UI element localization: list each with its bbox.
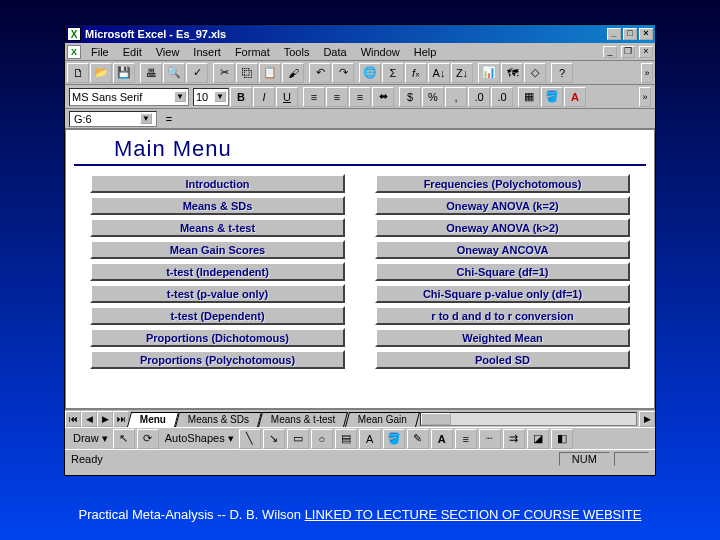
arrow-style-icon[interactable]: ⇉ <box>503 429 525 449</box>
new-icon[interactable]: 🗋 <box>67 63 89 83</box>
fill-color-icon[interactable]: 🪣 <box>541 87 563 107</box>
scroll-right-icon[interactable]: ▶ <box>639 411 655 427</box>
toolbar-more[interactable]: » <box>639 87 651 107</box>
toolbar-more[interactable]: » <box>641 63 653 83</box>
btn-introduction[interactable]: Introduction <box>90 174 345 193</box>
btn-prop-poly[interactable]: Proportions (Polychotomous) <box>90 350 345 369</box>
menu-tools[interactable]: Tools <box>278 45 316 59</box>
map-icon[interactable]: 🗺 <box>501 63 523 83</box>
chevron-down-icon[interactable]: ▼ <box>174 91 186 102</box>
merge-center-icon[interactable]: ⬌ <box>372 87 394 107</box>
horizontal-scrollbar[interactable] <box>420 412 637 426</box>
cut-icon[interactable]: ✂ <box>213 63 235 83</box>
tab-means-sds[interactable]: Means & SDs <box>175 412 262 427</box>
menu-window[interactable]: Window <box>355 45 406 59</box>
sort-asc-icon[interactable]: A↓ <box>428 63 450 83</box>
draw-menu[interactable]: Draw ▾ <box>69 432 112 445</box>
btn-chisq[interactable]: Chi-Square (df=1) <box>375 262 630 281</box>
font-color-icon[interactable]: A <box>564 87 586 107</box>
autosum-icon[interactable]: Σ <box>382 63 404 83</box>
italic-button[interactable]: I <box>253 87 275 107</box>
bold-button[interactable]: B <box>230 87 252 107</box>
line-style-icon[interactable]: ≡ <box>455 429 477 449</box>
drawing-icon[interactable]: ◇ <box>524 63 546 83</box>
menu-file[interactable]: File <box>85 45 115 59</box>
tab-next-icon[interactable]: ▶ <box>97 411 113 427</box>
help-icon[interactable]: ? <box>551 63 573 83</box>
wordart-icon[interactable]: A <box>359 429 381 449</box>
btn-ttest-dep[interactable]: t-test (Dependent) <box>90 306 345 325</box>
chevron-down-icon[interactable]: ▼ <box>214 91 226 102</box>
menu-view[interactable]: View <box>150 45 186 59</box>
chevron-down-icon[interactable]: ▼ <box>140 113 152 124</box>
tab-first-icon[interactable]: ⏮ <box>65 411 81 427</box>
btn-frequencies[interactable]: Frequencies (Polychotomous) <box>375 174 630 193</box>
shadow-icon[interactable]: ◪ <box>527 429 549 449</box>
btn-rtod[interactable]: r to d and d to r conversion <box>375 306 630 325</box>
preview-icon[interactable]: 🔍 <box>163 63 185 83</box>
btn-ttest-p[interactable]: t-test (p-value only) <box>90 284 345 303</box>
maximize-button[interactable]: □ <box>623 28 637 40</box>
hyperlink-icon[interactable]: 🌐 <box>359 63 381 83</box>
btn-pooledsd[interactable]: Pooled SD <box>375 350 630 369</box>
mdi-minimize[interactable]: _ <box>603 46 617 58</box>
font-color2-icon[interactable]: A <box>431 429 453 449</box>
inc-decimal-icon[interactable]: .0 <box>468 87 490 107</box>
sort-desc-icon[interactable]: Z↓ <box>451 63 473 83</box>
function-icon[interactable]: fₓ <box>405 63 427 83</box>
oval-icon[interactable]: ○ <box>311 429 333 449</box>
menu-insert[interactable]: Insert <box>187 45 227 59</box>
btn-anova-k2[interactable]: Oneway ANOVA (k=2) <box>375 196 630 215</box>
save-icon[interactable]: 💾 <box>113 63 135 83</box>
close-button[interactable]: × <box>639 28 653 40</box>
textbox-icon[interactable]: ▤ <box>335 429 357 449</box>
btn-ancova[interactable]: Oneway ANCOVA <box>375 240 630 259</box>
mdi-restore[interactable]: ❐ <box>621 46 635 58</box>
scroll-thumb[interactable] <box>421 413 451 425</box>
btn-wmean[interactable]: Weighted Mean <box>375 328 630 347</box>
tab-prev-icon[interactable]: ◀ <box>81 411 97 427</box>
align-center-icon[interactable]: ≡ <box>326 87 348 107</box>
dash-icon[interactable]: ┈ <box>479 429 501 449</box>
select-icon[interactable]: ↖ <box>113 429 135 449</box>
menu-format[interactable]: Format <box>229 45 276 59</box>
borders-icon[interactable]: ▦ <box>518 87 540 107</box>
copy-icon[interactable]: ⿻ <box>236 63 258 83</box>
align-left-icon[interactable]: ≡ <box>303 87 325 107</box>
line-color-icon[interactable]: ✎ <box>407 429 429 449</box>
rotate-icon[interactable]: ⟳ <box>137 429 159 449</box>
tab-means-ttest[interactable]: Means & t-test <box>258 412 348 427</box>
menu-help[interactable]: Help <box>408 45 443 59</box>
arrow-icon[interactable]: ↘ <box>263 429 285 449</box>
print-icon[interactable]: 🖶 <box>140 63 162 83</box>
underline-button[interactable]: U <box>276 87 298 107</box>
minimize-button[interactable]: _ <box>607 28 621 40</box>
spell-icon[interactable]: ✓ <box>186 63 208 83</box>
menu-data[interactable]: Data <box>317 45 352 59</box>
fill-icon[interactable]: 🪣 <box>383 429 405 449</box>
currency-icon[interactable]: $ <box>399 87 421 107</box>
rect-icon[interactable]: ▭ <box>287 429 309 449</box>
chart-icon[interactable]: 📊 <box>478 63 500 83</box>
paste-icon[interactable]: 📋 <box>259 63 281 83</box>
tab-menu[interactable]: Menu <box>127 412 179 427</box>
align-right-icon[interactable]: ≡ <box>349 87 371 107</box>
btn-prop-dich[interactable]: Proportions (Dichotomous) <box>90 328 345 347</box>
btn-means-sds[interactable]: Means & SDs <box>90 196 345 215</box>
open-icon[interactable]: 📂 <box>90 63 112 83</box>
btn-chisq-p[interactable]: Chi-Square p-value only (df=1) <box>375 284 630 303</box>
tab-mean-gain[interactable]: Mean Gain <box>345 412 420 427</box>
btn-ttest-indep[interactable]: t-test (Independent) <box>90 262 345 281</box>
line-icon[interactable]: ╲ <box>239 429 261 449</box>
percent-icon[interactable]: % <box>422 87 444 107</box>
btn-anova-kgt2[interactable]: Oneway ANOVA (k>2) <box>375 218 630 237</box>
mdi-close[interactable]: × <box>639 46 653 58</box>
menu-edit[interactable]: Edit <box>117 45 148 59</box>
undo-icon[interactable]: ↶ <box>309 63 331 83</box>
3d-icon[interactable]: ◧ <box>551 429 573 449</box>
font-combo[interactable]: MS Sans Serif▼ <box>69 88 189 106</box>
redo-icon[interactable]: ↷ <box>332 63 354 83</box>
btn-mean-gain[interactable]: Mean Gain Scores <box>90 240 345 259</box>
name-box[interactable]: G:6▼ <box>69 111 157 127</box>
comma-icon[interactable]: , <box>445 87 467 107</box>
